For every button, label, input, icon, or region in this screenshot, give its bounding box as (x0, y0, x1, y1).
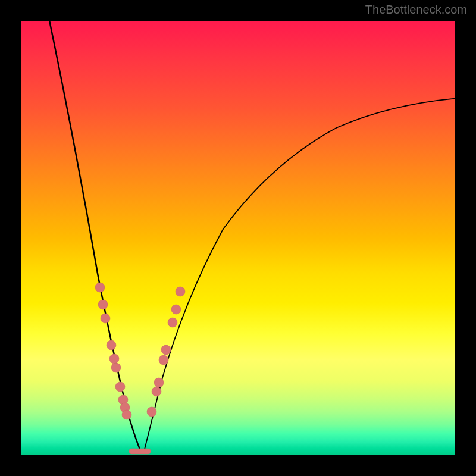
data-point-left (107, 340, 116, 350)
data-point-left (115, 382, 125, 392)
curve-minimum-segment (129, 449, 151, 454)
watermark-text: TheBottleneck.com (365, 3, 467, 17)
data-point-left (109, 354, 119, 364)
data-point-left (95, 283, 105, 292)
data-point-right (176, 287, 185, 296)
data-point-right (159, 355, 168, 365)
curve-right-arm (145, 98, 458, 449)
bottleneck-curve-chart (21, 21, 455, 455)
data-point-right (168, 318, 177, 327)
data-point-left (98, 300, 108, 309)
curve-left-arm (47, 9, 140, 449)
data-point-right (152, 387, 161, 396)
data-point-left (101, 314, 110, 323)
data-point-right (147, 407, 156, 416)
data-point-left (111, 363, 121, 372)
data-point-left (122, 410, 131, 419)
data-point-right (171, 305, 181, 314)
data-point-right (161, 345, 171, 355)
data-point-right (154, 378, 164, 387)
